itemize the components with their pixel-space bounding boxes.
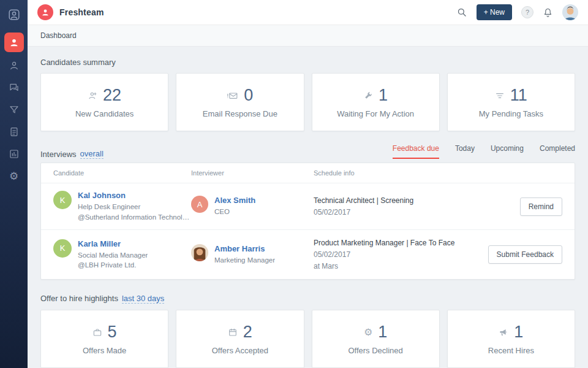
wrench-icon [363, 91, 373, 101]
stat-value: 22 [103, 86, 121, 105]
sidebar-item-documents[interactable] [0, 121, 28, 143]
help-button[interactable]: ? [521, 6, 533, 18]
gear-icon: ⚙ [364, 328, 372, 337]
stat-card-offers-made[interactable]: 5 Offers Made [40, 310, 168, 368]
stat-label: Offers Declined [348, 346, 402, 355]
col-schedule-info: Schedule info [314, 169, 477, 177]
interviewer-cell: A Alex Smith CEO [191, 196, 314, 217]
schedule-role: Technical Architect | Screening [314, 195, 477, 207]
stat-card-new-candidates[interactable]: 22 New Candidates [40, 73, 168, 131]
new-button[interactable]: + New [477, 4, 512, 20]
user-avatar[interactable] [562, 4, 578, 20]
interviews-tabs: Feedback due Today Upcoming Completed [393, 144, 575, 159]
search-icon[interactable] [456, 7, 467, 18]
schedule-location: at Mars [314, 261, 477, 272]
schedule-role: Product Marketing Manager | Face To Face [314, 237, 477, 249]
stat-card-offers-declined[interactable]: ⚙ 1 Offers Declined [312, 310, 440, 368]
interviewer-title: Marketing Manager [214, 255, 275, 266]
stat-label: Waiting For My Action [337, 109, 414, 118]
stat-label: Email Response Due [203, 109, 277, 118]
tab-completed[interactable]: Completed [540, 144, 575, 159]
briefcase-icon [92, 328, 102, 337]
stat-label: Recent Hires [488, 346, 534, 355]
stat-value: 1 [378, 323, 387, 342]
candidates-summary-head: Candidates summary [40, 58, 575, 67]
stat-value: 2 [243, 323, 252, 342]
candidate-avatar: K [53, 191, 72, 209]
offer-highlights-cards: 5 Offers Made 2 Offers Accepted ⚙ [40, 310, 575, 368]
interviews-table: Candidate Interviewer Schedule info K Ka… [40, 163, 575, 280]
sidebar-item-reports[interactable] [0, 143, 28, 165]
calendar-icon [228, 328, 238, 337]
stat-label: Offers Made [83, 346, 126, 355]
stat-card-email-response-due[interactable]: 0 Email Response Due [176, 73, 304, 131]
stat-label: New Candidates [75, 109, 134, 118]
tab-today[interactable]: Today [455, 144, 475, 159]
interviewer-avatar-photo [191, 244, 208, 261]
remind-button[interactable]: Remind [520, 197, 562, 216]
funnel-icon [9, 104, 20, 115]
task-lines-icon [495, 91, 505, 101]
app-root: ⚙ Freshteam + New ? [0, 0, 588, 368]
interviewer-avatar: A [191, 196, 208, 213]
person-icon [9, 60, 20, 71]
sidebar-item-dashboard[interactable] [4, 33, 24, 52]
table-row: K Karla Miller Social Media Manager @LBH… [41, 229, 575, 279]
interviews-filter-link[interactable]: overall [80, 149, 104, 159]
section-title: Candidates summary [40, 58, 116, 67]
candidate-title: Help Desk Engineer [78, 202, 191, 212]
col-candidate: Candidate [53, 169, 191, 177]
stat-value: 1 [379, 86, 388, 105]
table-row: K Kal Johnson Help Desk Engineer @Suther… [41, 183, 575, 229]
candidate-name-link[interactable]: Kal Johnson [78, 191, 191, 200]
header-controls: + New ? [456, 4, 578, 20]
app-switcher-icon[interactable] [5, 6, 23, 24]
notifications-bell-icon[interactable] [543, 7, 553, 18]
candidate-avatar: K [53, 239, 72, 258]
stat-card-recent-hires[interactable]: 1 Recent Hires [447, 310, 575, 368]
breadcrumb-bar: Dashboard [28, 25, 588, 47]
schedule-cell: Technical Architect | Screening 05/02/20… [314, 195, 477, 218]
interviewer-name-link[interactable]: Amber Harris [214, 244, 275, 253]
sidebar-item-messages[interactable] [0, 77, 28, 99]
candidate-name-link[interactable]: Karla Miller [78, 239, 148, 248]
section-title: Interviews [40, 150, 77, 159]
gear-icon: ⚙ [9, 171, 18, 182]
candidate-cell: K Kal Johnson Help Desk Engineer @Suther… [53, 191, 191, 222]
submit-feedback-button[interactable]: Submit Feedback [488, 245, 562, 264]
candidates-summary-cards: 22 New Candidates 0 Email Response Due [40, 73, 575, 131]
megaphone-icon [499, 328, 508, 337]
candidate-title: Social Media Manager [78, 250, 148, 261]
tab-feedback-due[interactable]: Feedback due [393, 144, 439, 159]
stat-value: 5 [108, 323, 117, 342]
stat-card-my-pending-tasks[interactable]: 11 My Pending Tasks [447, 73, 575, 131]
new-candidates-icon [88, 91, 97, 101]
col-actions [477, 169, 562, 177]
stat-card-waiting-for-my-action[interactable]: 1 Waiting For My Action [312, 73, 440, 131]
section-title: Offer to hire highlights [40, 294, 118, 303]
schedule-cell: Product Marketing Manager | Face To Face… [314, 237, 477, 272]
sidebar-item-pipeline[interactable] [0, 99, 28, 121]
stat-value: 0 [244, 86, 253, 105]
bar-chart-icon [9, 148, 20, 159]
sidebar: ⚙ [0, 0, 28, 368]
col-interviewer: Interviewer [191, 169, 314, 177]
chat-icon [9, 82, 20, 93]
tab-upcoming[interactable]: Upcoming [491, 144, 524, 159]
interviewer-cell: Amber Harris Marketing Manager [191, 244, 314, 266]
main-column: Freshteam + New ? Dashboard [28, 0, 588, 368]
interviewer-name-link[interactable]: Alex Smith [214, 196, 255, 205]
freshteam-logo[interactable] [37, 4, 53, 20]
candidate-cell: K Karla Miller Social Media Manager @LBH… [53, 239, 191, 270]
freshteam-person-icon [40, 7, 51, 18]
candidate-company: @Sutherland Information Technolo... [78, 212, 191, 223]
offer-filter-link[interactable]: last 30 days [122, 294, 164, 304]
sidebar-item-candidates[interactable] [0, 55, 28, 77]
schedule-date: 05/02/2017 [314, 249, 477, 261]
sidebar-item-settings[interactable]: ⚙ [0, 165, 28, 187]
interviews-head: Interviews overall Feedback due Today Up… [40, 144, 575, 159]
top-header: Freshteam + New ? [28, 0, 588, 25]
stat-label: My Pending Tasks [479, 109, 543, 118]
breadcrumb[interactable]: Dashboard [40, 31, 77, 40]
stat-card-offers-accepted[interactable]: 2 Offers Accepted [176, 310, 304, 368]
